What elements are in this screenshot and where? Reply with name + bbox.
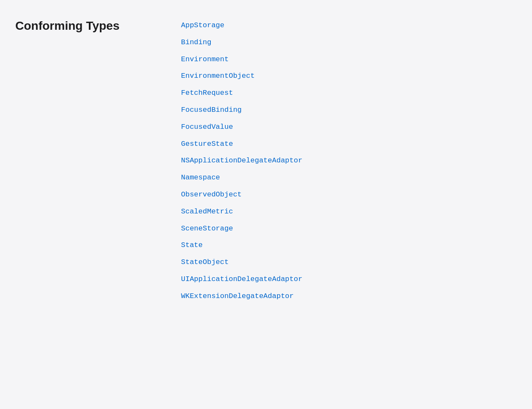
conforming-type-link[interactable]: Binding [181,34,517,51]
conforming-type-link[interactable]: SceneStorage [181,220,517,237]
conforming-type-link[interactable]: FocusedBinding [181,102,517,119]
conforming-type-link[interactable]: AppStorage [181,17,517,34]
conforming-type-link[interactable]: GestureState [181,136,517,153]
conforming-type-link[interactable]: Environment [181,51,517,68]
conforming-type-link[interactable]: Namespace [181,169,517,186]
conforming-type-link[interactable]: NSApplicationDelegateAdaptor [181,152,517,169]
conforming-type-link[interactable]: FetchRequest [181,85,517,102]
conforming-type-link[interactable]: WKExtensionDelegateAdaptor [181,288,517,305]
conforming-type-link[interactable]: FocusedValue [181,119,517,136]
conforming-type-link[interactable]: UIApplicationDelegateAdaptor [181,271,517,288]
conforming-type-link[interactable]: State [181,237,517,254]
conforming-type-link[interactable]: EnvironmentObject [181,68,517,85]
conforming-type-link[interactable]: ScaledMetric [181,203,517,220]
section-heading: Conforming Types [15,17,181,33]
links-list: AppStorageBindingEnvironmentEnvironmentO… [181,17,517,305]
conforming-types-section: Conforming Types AppStorageBindingEnviro… [15,17,517,305]
conforming-type-link[interactable]: StateObject [181,254,517,271]
conforming-type-link[interactable]: ObservedObject [181,186,517,203]
